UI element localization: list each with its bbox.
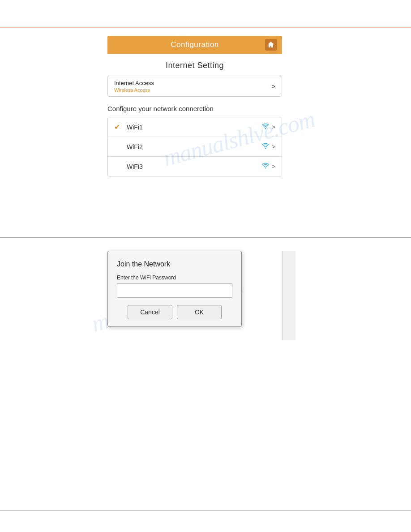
wifi3-signal-icon	[262, 163, 269, 170]
internet-access-labels: Internet Access Wireless Access	[114, 80, 154, 93]
configuration-panel: Configuration Internet Setting Internet …	[107, 36, 282, 176]
wifi2-name: WiFi2	[127, 143, 143, 150]
join-network-dialog: Join the Network Enter the WiFi Password…	[107, 251, 242, 327]
wifi2-signal-icon	[262, 143, 269, 150]
wifi2-right: >	[262, 143, 275, 150]
internet-access-main-label: Internet Access	[114, 80, 154, 86]
wifi1-check-icon: ✔	[114, 123, 122, 131]
wifi3-right: >	[262, 163, 275, 170]
wifi3-left: ✔ WiFi3	[114, 162, 143, 171]
wifi1-left: ✔ WiFi1	[114, 123, 143, 131]
wifi1-right: >	[262, 123, 275, 131]
dialog-buttons: Cancel OK	[117, 305, 232, 319]
bottom-section: Join the Network Enter the WiFi Password…	[107, 251, 295, 327]
wifi2-chevron: >	[272, 143, 275, 150]
internet-access-row[interactable]: Internet Access Wireless Access >	[107, 76, 282, 97]
wifi-list: ✔ WiFi1 > ✔ WiFi2	[107, 117, 282, 176]
screen-background	[282, 251, 295, 340]
wifi3-chevron: >	[272, 163, 275, 170]
home-icon[interactable]	[265, 39, 277, 51]
wifi1-signal-icon	[262, 123, 269, 131]
wifi1-name: WiFi1	[127, 124, 143, 131]
internet-setting-title: Internet Setting	[107, 61, 282, 70]
config-title: Configuration	[115, 40, 275, 49]
cancel-button[interactable]: Cancel	[128, 305, 172, 319]
wifi1-chevron: >	[272, 124, 275, 130]
config-header: Configuration	[107, 36, 282, 54]
wireless-access-sub-label: Wireless Access	[114, 87, 154, 93]
top-rule	[0, 27, 411, 27]
wifi-row-3[interactable]: ✔ WiFi3 >	[108, 157, 282, 176]
mid-rule	[0, 237, 411, 238]
internet-access-chevron: >	[272, 83, 275, 90]
dialog-title: Join the Network	[117, 260, 232, 268]
wifi2-left: ✔ WiFi2	[114, 142, 143, 151]
ok-button[interactable]: OK	[177, 305, 222, 319]
wifi3-name: WiFi3	[127, 163, 143, 170]
wifi-password-input[interactable]	[117, 283, 232, 298]
wifi-row-2[interactable]: ✔ WiFi2 >	[108, 137, 282, 157]
configure-network-title: Configure your network connerction	[107, 105, 282, 112]
dialog-label: Enter the WiFi Password	[117, 275, 232, 281]
bottom-rule	[0, 511, 411, 511]
wifi-row-1[interactable]: ✔ WiFi1 >	[108, 117, 282, 137]
